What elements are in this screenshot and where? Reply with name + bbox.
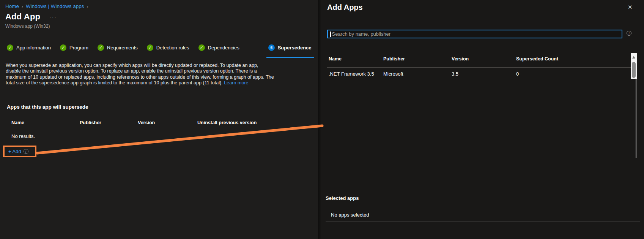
column-header-uninstall-previous-version: Uninstall previous version bbox=[197, 120, 257, 125]
page-title: Add App bbox=[5, 12, 40, 22]
selected-apps-heading: Selected apps bbox=[326, 195, 359, 201]
step-complete-check-icon: ✓ bbox=[147, 44, 153, 51]
section-divider bbox=[326, 221, 640, 222]
step-number-icon: 6 bbox=[268, 44, 275, 51]
step-label: Program bbox=[69, 45, 88, 51]
column-header-superseded-count: Superseded Count bbox=[516, 56, 558, 62]
column-header-name: Name bbox=[329, 56, 342, 62]
column-header-version: Version bbox=[138, 120, 155, 125]
cell-publisher: Microsoft bbox=[383, 71, 403, 77]
step-complete-check-icon: ✓ bbox=[98, 44, 104, 51]
step-complete-check-icon: ✓ bbox=[7, 44, 13, 51]
wizard-step-dependencies[interactable]: ✓ Dependencies bbox=[198, 44, 239, 51]
breadcrumb-separator: › bbox=[87, 4, 88, 9]
no-apps-selected-text: No apps selected bbox=[331, 212, 369, 218]
table-divider bbox=[327, 67, 631, 68]
wizard-step-app-information[interactable]: ✓ App information bbox=[7, 44, 51, 51]
wizard-step-requirements[interactable]: ✓ Requirements bbox=[98, 44, 138, 51]
scrollbar-thumb[interactable] bbox=[632, 62, 636, 78]
info-icon[interactable]: i bbox=[24, 149, 28, 154]
cell-name: .NET Framework 3.5 bbox=[329, 71, 374, 77]
add-button[interactable]: + Add bbox=[8, 149, 21, 154]
context-menu-ellipsis-icon[interactable]: ··· bbox=[49, 14, 57, 21]
column-header-version: Version bbox=[452, 56, 469, 62]
table-row[interactable]: .NET Framework 3.5 Microsoft 3.5 0 bbox=[318, 71, 629, 78]
search-input[interactable] bbox=[331, 31, 622, 37]
breadcrumb-home-link[interactable]: Home bbox=[5, 3, 19, 9]
breadcrumb-separator: › bbox=[22, 4, 23, 9]
column-header-publisher: Publisher bbox=[383, 56, 405, 62]
supersedence-description: When you supersede an application, you c… bbox=[6, 63, 274, 86]
step-complete-check-icon: ✓ bbox=[60, 44, 66, 51]
supersede-table-header: Name Publisher Version Uninstall previou… bbox=[10, 120, 272, 127]
learn-more-link[interactable]: Learn more bbox=[224, 80, 248, 85]
cell-superseded-count: 0 bbox=[516, 71, 519, 77]
column-header-publisher: Publisher bbox=[80, 120, 101, 125]
column-header-name: Name bbox=[11, 120, 24, 125]
step-complete-check-icon: ✓ bbox=[198, 44, 205, 51]
empty-table-text: No results. bbox=[11, 133, 35, 139]
scrollbar-up-arrow-icon[interactable] bbox=[632, 56, 635, 59]
wizard-step-detection-rules[interactable]: ✓ Detection rules bbox=[147, 44, 189, 51]
step-label: App information bbox=[16, 45, 51, 51]
page-subtitle: Windows app (Win32) bbox=[5, 24, 50, 29]
active-tab-underline bbox=[266, 57, 314, 58]
add-apps-panel: Add Apps ✕ i Name Publisher Version Supe… bbox=[318, 0, 644, 239]
panel-title: Add Apps bbox=[327, 3, 363, 12]
close-icon[interactable]: ✕ bbox=[628, 4, 633, 11]
scrollbar-track-line bbox=[636, 79, 636, 158]
wizard-step-program[interactable]: ✓ Program bbox=[60, 44, 88, 51]
step-label: Dependencies bbox=[208, 45, 239, 51]
supersede-section-heading: Apps that this app will supersede bbox=[7, 104, 88, 110]
wizard-steps: ✓ App information ✓ Program ✓ Requiremen… bbox=[7, 44, 312, 51]
step-label: Supersedence bbox=[278, 45, 312, 51]
breadcrumb: Home › Windows | Windows apps › bbox=[5, 3, 91, 9]
wizard-step-supersedence[interactable]: 6 Supersedence bbox=[268, 44, 312, 51]
annotation-highlight-box: + Add i bbox=[3, 146, 36, 157]
step-label: Requirements bbox=[107, 45, 138, 51]
main-blade: Home › Windows | Windows apps › Add App … bbox=[0, 0, 318, 239]
search-info-icon[interactable]: i bbox=[627, 31, 631, 36]
apps-table-header: Name Publisher Version Superseded Count bbox=[318, 56, 644, 63]
step-label: Detection rules bbox=[156, 45, 189, 51]
table-divider bbox=[10, 131, 269, 131]
search-box bbox=[327, 30, 622, 38]
cell-version: 3.5 bbox=[452, 71, 458, 77]
panel-scrollbar[interactable] bbox=[631, 53, 637, 79]
table-divider bbox=[10, 143, 269, 143]
breadcrumb-windows-apps-link[interactable]: Windows | Windows apps bbox=[26, 3, 84, 9]
